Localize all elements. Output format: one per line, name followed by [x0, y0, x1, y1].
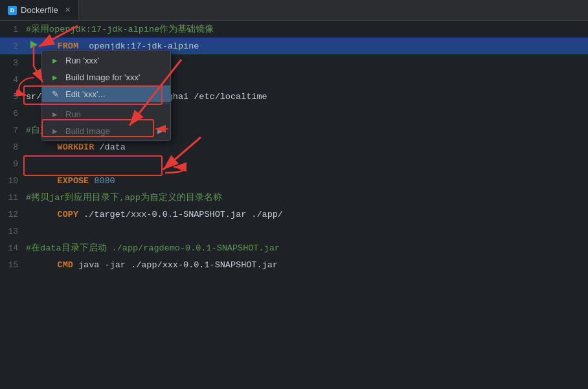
line-number-6: 6: [0, 109, 26, 118]
dockerfile-tab[interactable]: D Dockerfile ✕: [0, 0, 79, 20]
line-number-8: 8: [0, 142, 26, 152]
build-image-label: Build Image: [65, 126, 110, 136]
tab-bar: D Dockerfile ✕: [0, 0, 588, 21]
svg-marker-0: [30, 41, 38, 49]
line-content-10: EXPOSE 8080: [26, 166, 588, 195]
line-number-5: 5: [0, 92, 26, 102]
run-button[interactable]: [26, 38, 41, 54]
edit-xxx-icon: ✎: [50, 89, 60, 99]
editor: 1 #采用openjdk:17-jdk-alpine作为基础镜像 2 FROM …: [0, 21, 588, 389]
line-number-12: 12: [0, 210, 26, 219]
menu-item-edit-xxx[interactable]: ✎ Edit 'xxx'...: [42, 85, 170, 102]
line-content-15: CMD java -jar ./app/xxx-0.0.1-SNAPSHOT.j…: [26, 250, 588, 280]
run-icon: [29, 40, 38, 52]
edit-xxx-label: Edit 'xxx'...: [65, 89, 105, 99]
line-12: 12 COPY ./target/xxx-0.0.1-SNAPSHOT.jar …: [0, 206, 588, 223]
menu-item-build-image[interactable]: ▶ Build Image ▶: [42, 122, 170, 139]
build-image-for-xxx-icon: ▶: [50, 72, 60, 82]
line-number-10: 10: [0, 176, 26, 186]
line-content-12: COPY ./target/xxx-0.0.1-SNAPSHOT.jar ./a…: [26, 200, 588, 229]
build-image-for-xxx-label: Build Image for 'xxx': [65, 72, 141, 82]
line-15: 15 CMD java -jar ./app/xxx-0.0.1-SNAPSHO…: [0, 256, 588, 273]
run-xxx-icon: ▶: [50, 55, 60, 65]
submenu-arrow-icon: ▶: [157, 127, 163, 135]
run-xxx-label: Run 'xxx': [65, 56, 99, 65]
line-number-15: 15: [0, 260, 26, 270]
menu-item-run[interactable]: ▶ Run: [42, 106, 170, 122]
build-image-icon: ▶: [50, 126, 60, 136]
menu-item-build-image-for-xxx[interactable]: ▶ Build Image for 'xxx': [42, 69, 170, 85]
line-number-11: 11: [0, 193, 26, 203]
context-menu[interactable]: ▶ Run 'xxx' ▶ Build Image for 'xxx' ✎ Ed…: [41, 50, 171, 141]
run-label: Run: [65, 109, 81, 119]
line-number-9: 9: [0, 159, 26, 169]
tab-close-icon[interactable]: ✕: [65, 6, 71, 14]
menu-separator: [42, 104, 170, 104]
line-number-3: 3: [0, 58, 26, 68]
menu-item-run-xxx[interactable]: ▶ Run 'xxx': [42, 52, 170, 69]
line-number-1: 1: [0, 25, 26, 34]
run-icon-disabled: ▶: [50, 109, 60, 119]
tab-label: Dockerfile: [21, 5, 58, 15]
line-number-2: 2: [0, 41, 26, 51]
tab-icon: D: [8, 6, 17, 15]
line-number-14: 14: [0, 243, 26, 253]
line-number-4: 4: [0, 75, 26, 85]
line-number-7: 7: [0, 126, 26, 135]
line-number-13: 13: [0, 227, 26, 236]
line-10: 10 EXPOSE 8080: [0, 172, 588, 189]
